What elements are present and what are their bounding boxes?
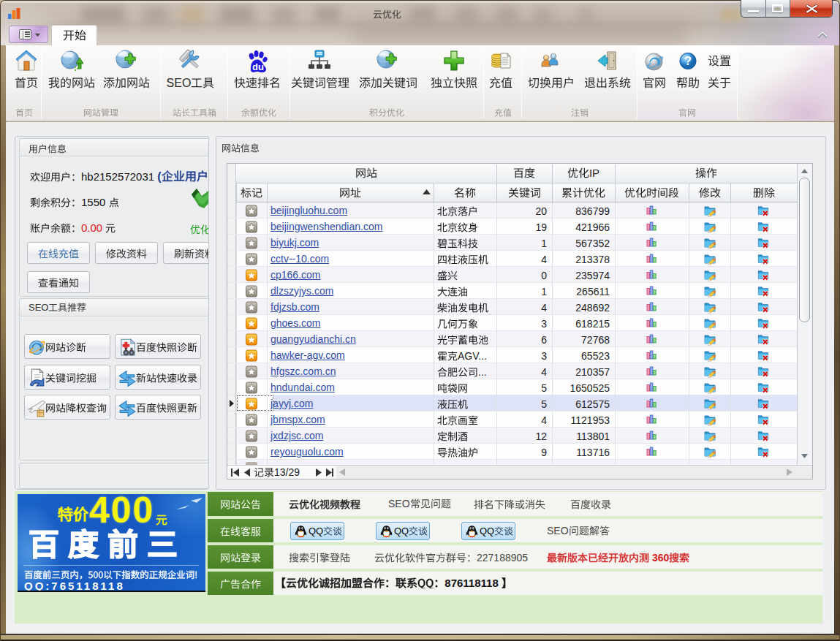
svg-text:du: du <box>252 61 264 72</box>
svg-text:?: ? <box>684 55 692 67</box>
